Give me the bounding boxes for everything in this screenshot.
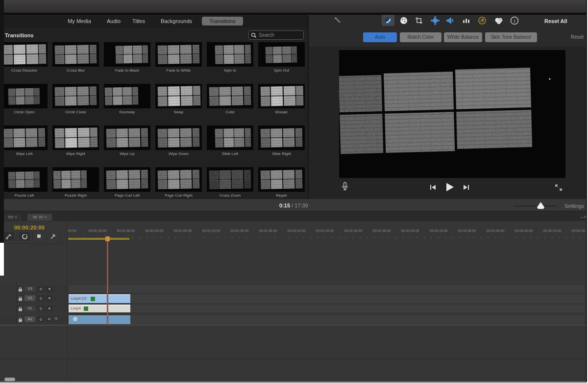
svg-text:i: i [514,18,515,24]
